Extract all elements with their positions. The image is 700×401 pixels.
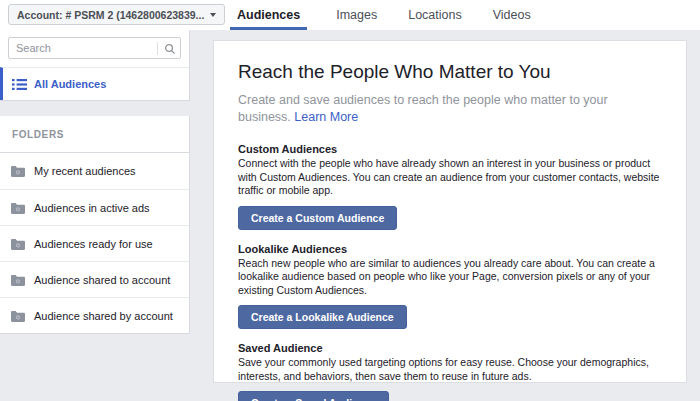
- tab-audiences[interactable]: Audiences: [230, 0, 307, 30]
- folder-label: Audiences in active ads: [34, 202, 150, 214]
- folder-icon: [11, 274, 25, 286]
- list-icon: [12, 78, 27, 91]
- sidebar: All Audiences FOLDERS My recent audience…: [0, 30, 190, 401]
- folders-header-label: FOLDERS: [12, 129, 64, 140]
- lookalike-audiences-section: Lookalike Audiences Reach new people who…: [238, 243, 662, 343]
- account-selector-button[interactable]: Account: # PSRM 2 (1462800623839...: [8, 4, 225, 25]
- create-saved-audience-button[interactable]: Create a Saved Audience: [238, 391, 389, 401]
- page-subtitle: Create and save audiences to reach the p…: [238, 92, 662, 126]
- folder-icon: [11, 202, 25, 214]
- search-box: [0, 30, 189, 67]
- sidebar-item-audiences-ready-for-use[interactable]: Audiences ready for use: [0, 225, 189, 261]
- top-bar: Account: # PSRM 2 (1462800623839... Audi…: [0, 0, 700, 30]
- sidebar-item-audiences-in-active-ads[interactable]: Audiences in active ads: [0, 189, 189, 225]
- folder-icon: [11, 310, 25, 322]
- saved-audience-description: Save your commonly used targeting option…: [238, 356, 662, 383]
- tab-images[interactable]: Images: [334, 0, 379, 30]
- saved-audience-section: Saved Audience Save your commonly used t…: [238, 342, 662, 401]
- learn-more-link[interactable]: Learn More: [294, 110, 358, 124]
- sidebar-item-my-recent-audiences[interactable]: My recent audiences: [0, 153, 189, 189]
- folder-icon: [11, 165, 25, 177]
- custom-audiences-section: Custom Audiences Connect with the people…: [238, 143, 662, 243]
- search-icon[interactable]: [157, 42, 176, 55]
- folders-list: My recent audiences Audiences in active …: [0, 153, 190, 334]
- saved-audience-title: Saved Audience: [238, 342, 662, 354]
- all-audiences-label: All Audiences: [34, 78, 106, 90]
- custom-audiences-title: Custom Audiences: [238, 143, 662, 155]
- custom-audiences-description: Connect with the people who have already…: [238, 157, 662, 198]
- caret-down-icon: [210, 13, 216, 17]
- main-tabs: Audiences Images Locations Videos: [230, 0, 533, 30]
- page-title: Reach the People Who Matter to You: [238, 61, 662, 83]
- sidebar-spacer: [0, 101, 190, 116]
- create-custom-audience-button[interactable]: Create a Custom Audience: [238, 206, 397, 230]
- sidebar-item-all-audiences[interactable]: All Audiences: [0, 67, 189, 100]
- audiences-intro-card: Reach the People Who Matter to You Creat…: [213, 40, 687, 383]
- folder-label: Audience shared to account: [34, 274, 170, 286]
- create-lookalike-audience-button[interactable]: Create a Lookalike Audience: [238, 305, 407, 329]
- tab-videos[interactable]: Videos: [491, 0, 533, 30]
- sidebar-item-audience-shared-by-account[interactable]: Audience shared by account: [0, 297, 189, 333]
- sidebar-top-block: All Audiences: [0, 30, 190, 101]
- lookalike-audiences-title: Lookalike Audiences: [238, 243, 662, 255]
- sidebar-item-audience-shared-to-account[interactable]: Audience shared to account: [0, 261, 189, 297]
- account-selector-label: Account: # PSRM 2 (1462800623839...: [17, 9, 204, 21]
- folder-label: Audience shared by account: [34, 310, 173, 322]
- folder-label: My recent audiences: [34, 165, 136, 177]
- lookalike-audiences-description: Reach new people who are similar to audi…: [238, 257, 662, 298]
- folder-label: Audiences ready for use: [34, 238, 153, 250]
- search-input[interactable]: [8, 37, 181, 59]
- folders-header: FOLDERS: [0, 116, 190, 153]
- folder-icon: [11, 238, 25, 250]
- tab-locations[interactable]: Locations: [406, 0, 464, 30]
